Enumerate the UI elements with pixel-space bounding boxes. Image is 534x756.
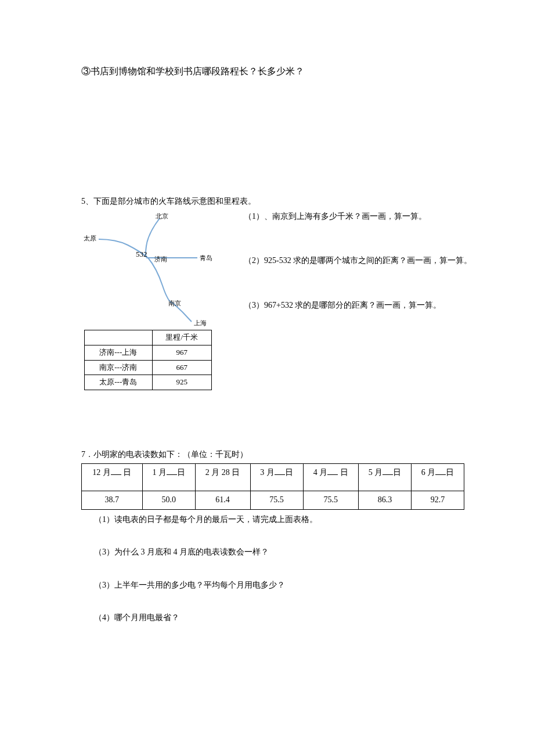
route-cell: 太原---青岛 [85,375,153,390]
table-row: 太原---青岛 925 [85,375,212,390]
header-blank [85,330,153,345]
meter-value: 92.7 [411,491,464,509]
city-taiyuan: 太原 [84,233,96,244]
route-cell: 济南---上海 [85,345,153,360]
mileage-table: 里程/千米 济南---上海 967 南京---济南 667 太原---青岛 92… [84,330,212,390]
month-header: 5 月日 [359,464,412,491]
table-row: 38.7 50.0 61.4 75.5 75.5 86.3 92.7 [82,491,464,509]
meter-value: 75.5 [303,491,359,509]
question-5-subquestions: （1）、南京到上海有多少千米？画一画，算一算。 （2）925-532 求的是哪两… [244,210,488,343]
q7-sub4: （4）哪个月用电最省？ [94,611,464,624]
q5-sub1: （1）、南京到上海有多少千米？画一画，算一算。 [244,210,488,223]
question-5-block: 北京 太原 532 济南 青岛 南京 上海 里程/千米 济南---上海 967 … [81,210,464,379]
meter-table: 12 月 日 1 月日 2 月 28 日 3 月日 4 月 日 5 月日 6 月… [81,463,464,509]
month-header: 12 月 日 [82,464,143,491]
month-header: 1 月日 [142,464,195,491]
km-cell: 667 [152,360,212,375]
q7-sub2: （3）为什么 3 月底和 4 月底的电表读数会一样？ [94,546,464,559]
km-cell: 967 [152,345,212,360]
question-7-intro: 7．小明家的电表读数如下：（单位：千瓦时） [81,448,464,461]
table-row: 12 月 日 1 月日 2 月 28 日 3 月日 4 月 日 5 月日 6 月… [82,464,464,491]
table-row: 里程/千米 [85,330,212,345]
month-header: 2 月 28 日 [195,464,250,491]
header-km: 里程/千米 [152,330,212,345]
q5-sub3: （3）967+532 求的是哪部分的距离？画一画，算一算。 [244,299,488,312]
q5-sub2: （2）925-532 求的是哪两个城市之间的距离？画一画，算一算。 [244,254,488,267]
question-3: ③书店到博物馆和学校到书店哪段路程长？长多少米？ [81,64,464,79]
q7-sub1: （1）读电表的日子都是每个月的最后一天，请完成上面表格。 [94,513,464,526]
city-nanjing: 南京 [168,298,181,309]
table-row: 南京---济南 667 [85,360,212,375]
month-header: 3 月日 [250,464,303,491]
meter-value: 61.4 [195,491,250,509]
meter-value: 86.3 [359,491,412,509]
km-cell: 925 [152,375,212,390]
route-map: 北京 太原 532 济南 青岛 南京 上海 里程/千米 济南---上海 967 … [81,210,238,379]
page: ③书店到博物馆和学校到书店哪段路程长？长多少米？ 5、下面是部分城市的火车路线示… [0,0,534,659]
distance-label-532: 532 [136,249,147,261]
table-row: 济南---上海 967 [85,345,212,360]
city-beijing: 北京 [156,211,168,222]
meter-value: 75.5 [250,491,303,509]
city-shanghai: 上海 [194,318,207,329]
month-header: 4 月 日 [303,464,359,491]
month-header: 6 月日 [411,464,464,491]
q7-sub3: （3）上半年一共用的多少电？平均每个月用电多少？ [94,579,464,592]
route-map-svg [81,210,238,332]
city-qingdao: 青岛 [200,253,212,264]
city-jinan: 济南 [154,254,167,265]
route-cell: 南京---济南 [85,360,153,375]
meter-value: 50.0 [142,491,195,509]
question-5-intro: 5、下面是部分城市的火车路线示意图和里程表。 [81,195,464,208]
meter-value: 38.7 [82,491,143,509]
